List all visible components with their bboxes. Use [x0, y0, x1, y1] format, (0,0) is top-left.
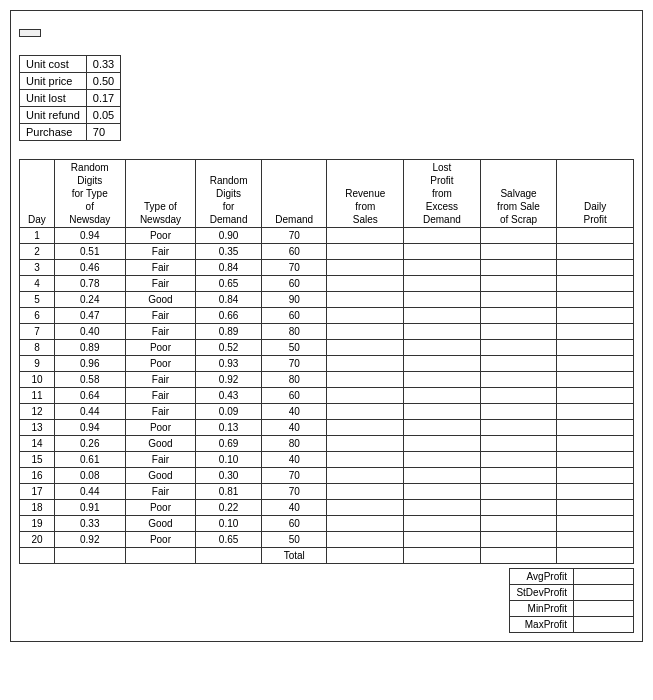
table-cell-6-0: 7	[20, 324, 55, 340]
table-cell-4-3: 0.84	[196, 292, 262, 308]
table-cell-9-4: 80	[261, 372, 327, 388]
table-cell-13-0: 14	[20, 436, 55, 452]
cost-data-table	[19, 29, 41, 37]
table-cell-11-7	[480, 404, 557, 420]
table-cell-7-0: 8	[20, 340, 55, 356]
table-cell-2-8	[557, 260, 634, 276]
table-cell-5-6	[404, 308, 481, 324]
table-cell-10-4: 60	[261, 388, 327, 404]
table-cell-3-0: 4	[20, 276, 55, 292]
table-cell-8-3: 0.93	[196, 356, 262, 372]
table-cell-5-1: 0.47	[54, 308, 125, 324]
cost-label: Unit lost	[20, 90, 87, 107]
table-cell-16-1: 0.44	[54, 484, 125, 500]
table-cell-2-1: 0.46	[54, 260, 125, 276]
cost-data-header	[20, 30, 41, 37]
table-header-0: Day	[20, 160, 55, 228]
stat-label-1: StDevProfit	[510, 585, 574, 601]
table-row: 120.44Fair0.0940	[20, 404, 634, 420]
table-cell-9-6	[404, 372, 481, 388]
table-cell-6-8	[557, 324, 634, 340]
cost-label: Unit cost	[20, 56, 87, 73]
cost-label: Unit refund	[20, 107, 87, 124]
total-cell-5	[327, 548, 404, 564]
table-cell-12-3: 0.13	[196, 420, 262, 436]
table-cell-18-0: 19	[20, 516, 55, 532]
table-cell-8-7	[480, 356, 557, 372]
table-cell-2-3: 0.84	[196, 260, 262, 276]
table-cell-1-4: 60	[261, 244, 327, 260]
table-cell-7-6	[404, 340, 481, 356]
table-cell-14-5	[327, 452, 404, 468]
table-cell-13-8	[557, 436, 634, 452]
table-cell-10-2: Fair	[125, 388, 196, 404]
table-cell-16-2: Fair	[125, 484, 196, 500]
table-cell-3-2: Fair	[125, 276, 196, 292]
table-cell-19-6	[404, 532, 481, 548]
table-cell-7-1: 0.89	[54, 340, 125, 356]
table-cell-2-7	[480, 260, 557, 276]
table-row: 70.40Fair0.8980	[20, 324, 634, 340]
table-cell-10-6	[404, 388, 481, 404]
table-cell-11-2: Fair	[125, 404, 196, 420]
table-header-1: RandomDigitsfor TypeofNewsday	[54, 160, 125, 228]
table-header-4: Demand	[261, 160, 327, 228]
table-cell-17-3: 0.22	[196, 500, 262, 516]
table-cell-2-4: 70	[261, 260, 327, 276]
table-cell-0-0: 1	[20, 228, 55, 244]
table-cell-12-4: 40	[261, 420, 327, 436]
table-cell-17-1: 0.91	[54, 500, 125, 516]
table-cell-15-0: 16	[20, 468, 55, 484]
table-row: 20.51Fair0.3560	[20, 244, 634, 260]
cost-value: 70	[86, 124, 120, 141]
table-cell-0-7	[480, 228, 557, 244]
table-cell-7-3: 0.52	[196, 340, 262, 356]
table-cell-9-1: 0.58	[54, 372, 125, 388]
table-cell-4-7	[480, 292, 557, 308]
table-cell-15-1: 0.08	[54, 468, 125, 484]
table-cell-3-3: 0.65	[196, 276, 262, 292]
table-cell-14-8	[557, 452, 634, 468]
stat-label-3: MaxProfit	[510, 617, 574, 633]
table-cell-5-8	[557, 308, 634, 324]
table-cell-6-2: Fair	[125, 324, 196, 340]
table-cell-16-6	[404, 484, 481, 500]
table-cell-1-3: 0.35	[196, 244, 262, 260]
table-cell-12-8	[557, 420, 634, 436]
table-cell-9-7	[480, 372, 557, 388]
table-cell-9-2: Fair	[125, 372, 196, 388]
table-cell-13-3: 0.69	[196, 436, 262, 452]
stats-table: AvgProfitStDevProfitMinProfitMaxProfit	[509, 568, 634, 633]
table-cell-19-5	[327, 532, 404, 548]
table-cell-10-8	[557, 388, 634, 404]
stat-value-1	[574, 585, 634, 601]
cost-label: Unit price	[20, 73, 87, 90]
table-cell-0-3: 0.90	[196, 228, 262, 244]
table-cell-13-7	[480, 436, 557, 452]
table-cell-17-0: 18	[20, 500, 55, 516]
table-cell-10-0: 11	[20, 388, 55, 404]
table-cell-10-3: 0.43	[196, 388, 262, 404]
table-cell-6-7	[480, 324, 557, 340]
table-row: 180.91Poor0.2240	[20, 500, 634, 516]
table-cell-14-2: Fair	[125, 452, 196, 468]
stat-label-2: MinProfit	[510, 601, 574, 617]
total-cell-1	[54, 548, 125, 564]
table-cell-0-6	[404, 228, 481, 244]
table-row: 50.24Good0.8490	[20, 292, 634, 308]
table-cell-18-2: Good	[125, 516, 196, 532]
table-cell-11-8	[557, 404, 634, 420]
table-row: 80.89Poor0.5250	[20, 340, 634, 356]
table-cell-19-2: Poor	[125, 532, 196, 548]
table-cell-13-6	[404, 436, 481, 452]
table-cell-14-1: 0.61	[54, 452, 125, 468]
total-cell-4: Total	[261, 548, 327, 564]
table-cell-7-2: Poor	[125, 340, 196, 356]
total-cell-6	[404, 548, 481, 564]
table-cell-18-5	[327, 516, 404, 532]
table-cell-8-5	[327, 356, 404, 372]
table-cell-1-5	[327, 244, 404, 260]
table-cell-2-2: Fair	[125, 260, 196, 276]
table-cell-17-8	[557, 500, 634, 516]
table-cell-10-5	[327, 388, 404, 404]
